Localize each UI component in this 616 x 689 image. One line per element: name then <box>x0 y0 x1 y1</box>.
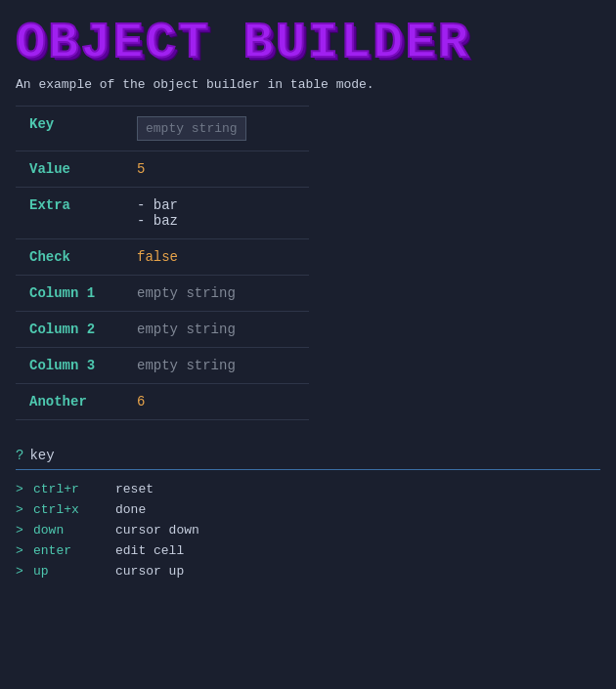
table-row[interactable]: Another6 <box>16 384 309 420</box>
keybind-row: >upcursor up <box>16 564 600 579</box>
status-key-label: key <box>29 448 54 463</box>
keybind-arrow-icon: > <box>16 543 29 558</box>
table-cell-key: Column 2 <box>16 312 123 348</box>
keybind-row: >ctrl+rreset <box>16 482 600 496</box>
keybind-description: cursor down <box>115 523 199 538</box>
table-row[interactable]: Extrabarbaz <box>16 188 309 239</box>
table-cell-value[interactable]: false <box>123 239 309 276</box>
table-cell-value[interactable]: empty string <box>123 348 309 384</box>
keybind-key: down <box>33 523 111 538</box>
keybind-key: enter <box>33 543 111 558</box>
table-cell-key: Value <box>16 151 123 188</box>
keybind-row: >ctrl+xdone <box>16 502 600 517</box>
table-row[interactable]: Checkfalse <box>16 239 309 276</box>
table-cell-value[interactable]: barbaz <box>123 188 309 239</box>
keybind-description: done <box>115 502 146 517</box>
table-cell-value[interactable]: 5 <box>123 151 309 188</box>
table-cell-key: Key <box>16 107 123 151</box>
table-cell-value[interactable]: empty string <box>123 312 309 348</box>
table-cell-key: Column 3 <box>16 348 123 384</box>
keybind-key: ctrl+x <box>33 502 111 517</box>
keybind-description: edit cell <box>115 543 184 558</box>
table-cell-key: Check <box>16 239 123 276</box>
keybind-arrow-icon: > <box>16 564 29 579</box>
keybind-arrow-icon: > <box>16 482 29 496</box>
keybind-key: ctrl+r <box>33 482 111 496</box>
table-cell-value[interactable]: 6 <box>123 384 309 420</box>
subtitle: An example of the object builder in tabl… <box>16 77 600 92</box>
table-row[interactable]: Value5 <box>16 151 309 188</box>
keybind-list: >ctrl+rreset>ctrl+xdone>downcursor down>… <box>16 482 600 579</box>
table-cell-key: Column 1 <box>16 276 123 312</box>
keybind-description: reset <box>115 482 154 496</box>
app-title: OBJECT BUILDER <box>16 16 600 71</box>
table-row[interactable]: Column 1empty string <box>16 276 309 312</box>
keybind-key: up <box>33 564 111 579</box>
table-cell-value[interactable]: empty string <box>123 107 309 151</box>
title-block: OBJECT BUILDER An example of the object … <box>16 16 600 92</box>
keybind-arrow-icon: > <box>16 523 29 538</box>
status-question-mark: ? <box>16 448 23 463</box>
keybind-description: cursor up <box>115 564 184 579</box>
table-row[interactable]: Keyempty string <box>16 107 309 151</box>
table-row[interactable]: Column 2empty string <box>16 312 309 348</box>
table-cell-key: Another <box>16 384 123 420</box>
keybind-row: >enteredit cell <box>16 543 600 558</box>
table-cell-key: Extra <box>16 188 123 239</box>
object-table: Keyempty stringValue5ExtrabarbazCheckfal… <box>16 106 309 420</box>
table-cell-value[interactable]: empty string <box>123 276 309 312</box>
divider <box>16 469 600 470</box>
table-row[interactable]: Column 3empty string <box>16 348 309 384</box>
keybind-row: >downcursor down <box>16 523 600 538</box>
keybind-arrow-icon: > <box>16 502 29 517</box>
status-section: ? key >ctrl+rreset>ctrl+xdone>downcursor… <box>16 448 600 579</box>
